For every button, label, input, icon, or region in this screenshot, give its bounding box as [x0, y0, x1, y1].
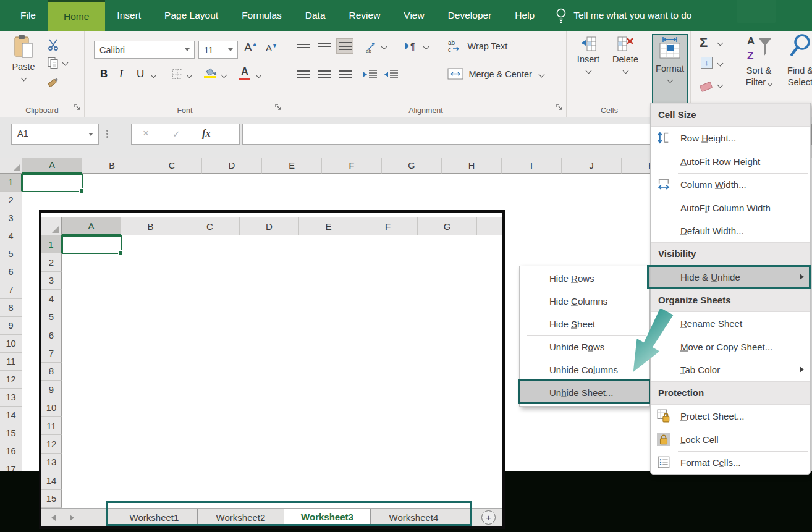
column-header[interactable]: D — [202, 158, 262, 174]
alignment-dialog-launcher-icon[interactable] — [556, 102, 563, 113]
autosum-dropdown-icon[interactable] — [717, 40, 724, 46]
autosum-button[interactable]: Σ — [700, 35, 708, 51]
merge-center-button[interactable]: Merge & Center — [447, 68, 544, 80]
row-header[interactable]: 17 — [0, 460, 22, 471]
decrease-indent-button[interactable] — [362, 69, 378, 82]
ribbon-tab-view[interactable]: View — [392, 0, 436, 31]
copy-dropdown-icon[interactable] — [62, 60, 69, 66]
row-header[interactable]: 8 — [0, 299, 22, 317]
menu-item-format-cells[interactable]: Format Cells... — [651, 451, 810, 475]
orientation-dropdown-icon[interactable] — [381, 44, 387, 50]
font-size-dropdown-icon[interactable] — [228, 48, 233, 51]
ribbon-tab-data[interactable]: Data — [294, 0, 337, 31]
find-select-button[interactable]: Find & Select — [781, 32, 812, 88]
fill-color-button[interactable] — [203, 67, 218, 80]
column-header[interactable]: I — [502, 158, 562, 174]
menu-item-lock-cell[interactable]: Lock Cell — [651, 428, 810, 451]
clear-button[interactable] — [700, 82, 712, 93]
row-header[interactable]: 5 — [0, 245, 22, 263]
row-header[interactable]: 12 — [0, 371, 22, 389]
column-header[interactable]: J — [562, 158, 622, 174]
delete-dropdown-icon[interactable] — [622, 68, 628, 74]
text-direction-button[interactable]: ¶ — [404, 41, 419, 54]
column-header[interactable]: H — [442, 158, 502, 174]
submenu-item-unhide-rows[interactable]: Unhide Rows — [520, 335, 649, 358]
font-size-combo[interactable]: 11 — [198, 41, 238, 59]
menu-item-row-height[interactable]: Row Height... — [651, 127, 810, 150]
column-header[interactable]: G — [382, 158, 442, 174]
row-header[interactable]: 15 — [0, 424, 22, 442]
menu-item-default-width[interactable]: Default Width... — [651, 219, 810, 243]
sort-filter-button[interactable]: AZ Sort & Filter — [742, 32, 776, 88]
ribbon-tab-home[interactable]: Home — [48, 0, 105, 31]
ribbon-tab-review[interactable]: Review — [337, 0, 392, 31]
format-button[interactable]: Format — [652, 34, 688, 104]
wrap-text-button[interactable]: abc Wrap Text — [447, 40, 507, 53]
row-header[interactable]: 7 — [0, 281, 22, 299]
column-header[interactable]: A — [22, 158, 82, 174]
clipboard-dialog-launcher-icon[interactable] — [74, 102, 81, 113]
cut-button[interactable] — [47, 38, 59, 53]
row-header[interactable]: 1 — [0, 174, 22, 192]
decrease-font-size-button[interactable]: A▼ — [266, 43, 277, 53]
orientation-button[interactable]: ab — [365, 40, 378, 56]
menu-item-rename-sheet[interactable]: Rename Sheet — [651, 312, 810, 336]
insert-dropdown-icon[interactable] — [585, 68, 591, 74]
increase-font-size-button[interactable]: A▲ — [244, 41, 258, 54]
delete-cells-button[interactable]: Delete — [607, 36, 643, 75]
paste-button[interactable]: Paste — [6, 35, 41, 104]
active-cell-a1[interactable] — [22, 174, 83, 192]
align-center-button[interactable] — [315, 67, 332, 82]
insert-cells-button[interactable]: Insert — [570, 36, 606, 75]
insert-function-button[interactable]: fx — [202, 127, 211, 140]
font-dialog-launcher-icon[interactable] — [275, 102, 282, 113]
ribbon-tab-formulas[interactable]: Formulas — [230, 0, 294, 31]
align-top-button[interactable] — [294, 38, 311, 54]
ribbon-tab-page-layout[interactable]: Page Layout — [153, 0, 230, 31]
menu-item-tab-color[interactable]: Tab Color — [651, 358, 810, 382]
row-header[interactable]: 14 — [0, 407, 22, 424]
column-header[interactable]: F — [322, 158, 382, 174]
row-header[interactable]: 6 — [0, 263, 22, 281]
increase-indent-button[interactable] — [383, 69, 399, 82]
merge-center-dropdown-icon[interactable] — [539, 72, 545, 78]
font-color-button[interactable]: A — [239, 66, 250, 77]
format-dropdown-icon[interactable] — [667, 77, 673, 83]
row-header[interactable]: 3 — [0, 209, 22, 227]
underline-button[interactable]: U — [137, 68, 144, 80]
paste-dropdown-icon[interactable] — [20, 75, 27, 82]
text-direction-dropdown-icon[interactable] — [423, 44, 429, 50]
fill-color-dropdown-icon[interactable] — [221, 72, 227, 78]
ribbon-tab-help[interactable]: Help — [503, 0, 546, 31]
borders-dropdown-icon[interactable] — [187, 72, 193, 78]
menu-item-hide-unhide[interactable]: Hide & Unhide — [651, 266, 810, 289]
enter-button[interactable]: ✓ — [172, 129, 180, 140]
row-header[interactable]: 13 — [0, 389, 22, 407]
menu-item-autofit-column-width[interactable]: AutoFit Column Width — [651, 196, 810, 219]
menu-item-move-or-copy-sheet[interactable]: Move or Copy Sheet... — [651, 335, 810, 358]
select-all-corner[interactable] — [0, 158, 22, 174]
row-header[interactable]: 2 — [0, 192, 22, 209]
name-box-splitter[interactable] — [106, 129, 109, 139]
menu-item-autofit-row-height[interactable]: AutoFit Row Height — [651, 150, 810, 173]
tell-me-box[interactable]: Tell me what you want to do — [555, 0, 691, 31]
name-box[interactable]: A1 — [11, 124, 99, 145]
underline-dropdown-icon[interactable] — [151, 72, 157, 78]
align-bottom-button[interactable] — [336, 38, 353, 54]
submenu-item-unhide-columns[interactable]: Unhide Columns — [520, 358, 649, 381]
row-header[interactable]: 16 — [0, 442, 22, 460]
column-header[interactable]: E — [262, 158, 322, 174]
submenu-item-hide-rows[interactable]: Hide Rows — [520, 266, 649, 289]
ribbon-tab-insert[interactable]: Insert — [105, 0, 153, 31]
row-header[interactable]: 10 — [0, 335, 22, 353]
fill-dropdown-icon[interactable] — [717, 61, 724, 67]
borders-button[interactable] — [171, 68, 184, 83]
fill-button[interactable]: ↓ — [701, 57, 713, 69]
font-name-combo[interactable]: Calibri — [94, 41, 195, 59]
name-box-dropdown-icon[interactable] — [88, 133, 93, 136]
row-header[interactable]: 4 — [0, 227, 22, 245]
submenu-item-hide-columns[interactable]: Hide Columns — [520, 289, 649, 312]
row-header[interactable]: 11 — [0, 353, 22, 371]
font-color-dropdown-icon[interactable] — [256, 72, 262, 78]
bold-button[interactable]: B — [100, 68, 108, 80]
